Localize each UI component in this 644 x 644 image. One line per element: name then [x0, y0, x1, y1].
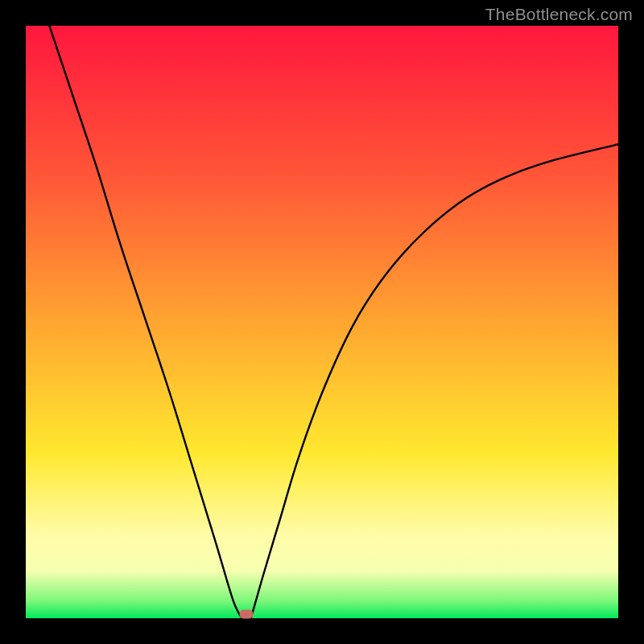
- chart-frame: TheBottleneck.com: [0, 0, 644, 644]
- curve-svg: [26, 26, 618, 618]
- bottleneck-curve-left: [49, 26, 242, 618]
- watermark-text: TheBottleneck.com: [485, 5, 633, 24]
- bottleneck-curve-right: [251, 144, 618, 618]
- plot-area: [26, 26, 618, 618]
- optimum-marker: [239, 609, 253, 618]
